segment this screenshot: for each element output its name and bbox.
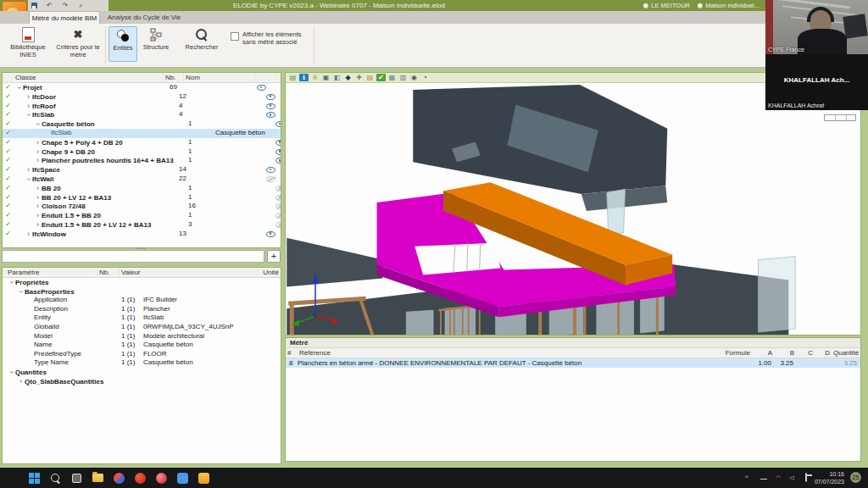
visibility-eye-icon[interactable]: [266, 230, 278, 239]
splitter-handle[interactable]: •••: [285, 333, 861, 336]
collapse-arrow-icon[interactable]: ›: [16, 287, 25, 295]
chat-app-icon[interactable]: [175, 471, 189, 485]
expand-arrow-icon[interactable]: ›: [34, 147, 42, 157]
start-button[interactable]: [27, 471, 41, 485]
app-red-ball-icon[interactable]: [154, 471, 168, 485]
tree-row[interactable]: ✓›Chape 5 + Poly 4 + DB 201: [3, 138, 281, 147]
measure-icon[interactable]: ⋔: [310, 74, 320, 81]
visibility-eye-icon[interactable]: [275, 156, 281, 165]
add-button[interactable]: +: [267, 250, 281, 263]
layers-icon[interactable]: ▤: [365, 74, 375, 81]
expand-arrow-icon[interactable]: ›: [34, 156, 42, 165]
notes-app-icon[interactable]: [197, 471, 210, 485]
grid-icon[interactable]: ▦: [387, 74, 397, 81]
webinar-app-icon[interactable]: [112, 471, 125, 485]
row-checkbox[interactable]: ✓: [3, 220, 14, 230]
expand-arrow-icon[interactable]: ›: [34, 193, 42, 202]
battery-icon[interactable]: [800, 473, 812, 483]
expand-arrow-icon[interactable]: ›: [25, 102, 32, 111]
row-checkbox[interactable]: ✓: [3, 110, 14, 119]
tree-row[interactable]: ✓›BB 20 + LV 12 + BA131: [3, 193, 281, 202]
webcam-tile-khalfallah[interactable]: KHALFALLAH Ach... KHALFALLAH Achraf: [765, 54, 868, 110]
tree-row[interactable]: ✓›Enduit 1.5 + BB 201: [3, 211, 281, 220]
visibility-eye-icon[interactable]: [266, 110, 278, 119]
tree-row[interactable]: ✓›Enduit 1.5 + BB 20 + LV 12 + BA133: [3, 220, 281, 230]
row-checkbox[interactable]: ✓: [3, 147, 14, 157]
visibility-eye-icon[interactable]: [266, 165, 278, 175]
export-view-icon[interactable]: ▤: [288, 74, 298, 81]
webinar-control-strip[interactable]: [824, 114, 856, 121]
row-checkbox[interactable]: ✓: [3, 129, 14, 138]
property-row[interactable]: Entity1 (1)IfcSlab: [3, 313, 281, 323]
notification-badge[interactable]: 25: [850, 472, 861, 483]
property-row[interactable]: ›Quantités: [3, 368, 281, 377]
tree-row[interactable]: ✓›Casquette béton1: [3, 119, 281, 129]
network-icon[interactable]: ◠: [773, 473, 783, 483]
collapse-arrow-icon[interactable]: ›: [7, 279, 16, 286]
row-checkbox[interactable]: ✓: [3, 165, 14, 175]
filter-input[interactable]: [2, 250, 264, 263]
tree-row[interactable]: ✓›IfcWall22: [3, 175, 281, 184]
visibility-eye-icon[interactable]: [266, 92, 278, 102]
tree-row[interactable]: ✓›BB 201: [3, 184, 281, 193]
expand-arrow-icon[interactable]: ›: [17, 377, 25, 386]
tab-metre-modele-bim[interactable]: Métré du modèle BIM: [29, 11, 100, 24]
tree-row[interactable]: ✓›IfcRoof4: [3, 102, 281, 111]
visibility-eye-icon[interactable]: [275, 202, 281, 211]
tree-row[interactable]: ✓›Cloison 72/4816: [3, 202, 281, 211]
row-checkbox[interactable]: ✓: [3, 230, 14, 239]
row-checkbox[interactable]: ✓: [3, 193, 14, 202]
visibility-eye-icon[interactable]: [266, 102, 278, 111]
undo-icon[interactable]: ↶: [43, 0, 55, 11]
save-icon[interactable]: [28, 0, 40, 11]
tree-row[interactable]: ✓›IfcWindow13: [3, 230, 281, 239]
expand-arrow-icon[interactable]: ›: [25, 92, 32, 102]
connected-user[interactable]: LE MEITOUR: [643, 0, 690, 11]
taskbar-clock[interactable]: 10:16 07/07/2023: [815, 470, 844, 485]
property-row[interactable]: Application1 (1)IFC Builder: [3, 296, 281, 305]
metre-row[interactable]: 8Planchers en béton armé - DONNEE ENVIRO…: [286, 358, 860, 368]
property-row[interactable]: PredefinedType1 (1)FLOOR: [3, 350, 281, 359]
collapse-arrow-icon[interactable]: ›: [24, 175, 33, 183]
3d-viewport[interactable]: [286, 83, 860, 336]
camera-icon[interactable]: ◉: [409, 74, 419, 81]
solid-cube-icon[interactable]: ◧: [332, 74, 342, 81]
row-checkbox[interactable]: ✓: [3, 175, 14, 184]
expand-arrow-icon[interactable]: ›: [34, 202, 42, 211]
tree-row[interactable]: ✓›IfcDoor12: [3, 92, 281, 102]
table-icon[interactable]: ▥: [398, 74, 408, 81]
validate-icon[interactable]: ✔: [376, 74, 386, 81]
visibility-eye-icon[interactable]: [275, 147, 281, 157]
collapse-arrow-icon[interactable]: ›: [24, 111, 33, 119]
expand-arrow-icon[interactable]: ›: [34, 220, 42, 230]
app-red-flower-icon[interactable]: [133, 471, 147, 485]
expand-arrow-icon[interactable]: ›: [25, 230, 32, 239]
visibility-eye-icon[interactable]: [275, 193, 281, 202]
tree-row[interactable]: ✓›Projet69: [3, 83, 281, 92]
tree-row[interactable]: ✓IfcSlabCasquette béton+: [3, 129, 281, 138]
visibility-eye-icon[interactable]: [275, 220, 281, 230]
criteres-metre-button[interactable]: ✖ Critères pour le métré: [53, 26, 103, 58]
volume-icon[interactable]: ◁: [787, 473, 797, 483]
property-row[interactable]: Description1 (1)Plancher: [3, 305, 281, 314]
row-checkbox[interactable]: ✓: [3, 83, 14, 92]
visibility-eye-icon[interactable]: [257, 83, 269, 92]
visibility-eye-icon[interactable]: [275, 119, 281, 129]
property-row[interactable]: ›Qto_SlabBaseQuantities: [3, 377, 281, 386]
shading-icon[interactable]: ◆: [343, 74, 353, 81]
row-checkbox[interactable]: ✓: [3, 211, 14, 220]
row-checkbox[interactable]: ✓: [3, 156, 14, 165]
visibility-icon[interactable]: ◔: [420, 74, 430, 81]
collapse-arrow-icon[interactable]: ›: [14, 84, 24, 92]
redo-icon[interactable]: ↷: [59, 0, 71, 11]
info-icon[interactable]: ℹ: [299, 74, 309, 81]
row-checkbox[interactable]: ✓: [3, 202, 14, 211]
visibility-eye-icon[interactable]: [275, 138, 281, 147]
tree-row[interactable]: ✓›Chape 9 + DB 201: [3, 147, 281, 157]
structure-button[interactable]: Structure: [139, 26, 173, 52]
file-explorer-icon[interactable]: [91, 471, 104, 485]
collapse-arrow-icon[interactable]: ›: [7, 369, 16, 376]
task-view-icon[interactable]: [70, 471, 83, 485]
webcam-tile-cype-france[interactable]: CYPE France: [765, 0, 868, 54]
show-unlinked-elements-option[interactable]: Afficher les éléments sans métré associé: [231, 30, 315, 46]
